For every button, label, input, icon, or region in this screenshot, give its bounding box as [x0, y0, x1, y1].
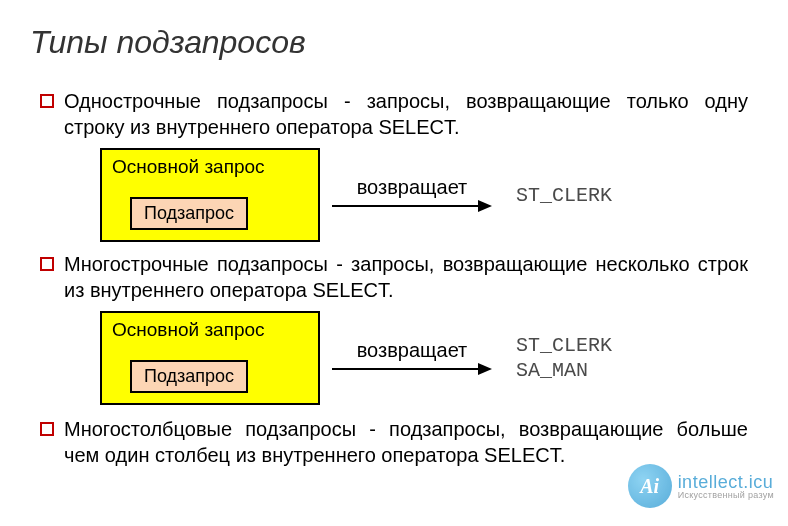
watermark: Ai intellect.icu Искусственный разум	[628, 464, 774, 508]
bullet-multicol: Многостолбцовые подзапросы - подзапросы,…	[40, 417, 748, 468]
svg-marker-3	[478, 363, 492, 375]
result-single: ST_CLERK	[516, 183, 612, 208]
returns-label: возвращает	[357, 176, 468, 199]
bullet-multi-row: Многострочные подзапросы - запросы, возв…	[40, 252, 748, 303]
subquery-box: Подзапрос	[130, 360, 248, 393]
arrow-right-icon	[332, 360, 492, 378]
watermark-title: intellect.icu	[678, 473, 774, 491]
bullet-marker-icon	[40, 422, 54, 436]
bullet-marker-icon	[40, 257, 54, 271]
diagram-single: Основной запрос Подзапрос возвращает ST_…	[100, 148, 748, 242]
subquery-box: Подзапрос	[130, 197, 248, 230]
svg-marker-1	[478, 200, 492, 212]
main-query-box: Основной запрос Подзапрос	[100, 311, 320, 405]
diagram-multi: Основной запрос Подзапрос возвращает ST_…	[100, 311, 748, 405]
arrow-right-icon	[332, 197, 492, 215]
returns-label: возвращает	[357, 339, 468, 362]
bullet-single-text: Однострочные подзапросы - запросы, возвр…	[64, 89, 748, 140]
main-query-label: Основной запрос	[112, 156, 308, 178]
main-query-label: Основной запрос	[112, 319, 308, 341]
result-multi: ST_CLERK SA_MAN	[516, 333, 612, 383]
slide-title: Типы подзапросов	[30, 24, 748, 61]
main-query-box: Основной запрос Подзапрос	[100, 148, 320, 242]
watermark-subtitle: Искусственный разум	[678, 491, 774, 500]
bullet-multicol-text: Многостолбцовые подзапросы - подзапросы,…	[64, 417, 748, 468]
arrow-group: возвращает	[332, 339, 492, 378]
bullet-single-row: Однострочные подзапросы - запросы, возвр…	[40, 89, 748, 140]
watermark-logo-icon: Ai	[628, 464, 672, 508]
bullet-marker-icon	[40, 94, 54, 108]
arrow-group: возвращает	[332, 176, 492, 215]
bullet-multi-text: Многострочные подзапросы - запросы, возв…	[64, 252, 748, 303]
